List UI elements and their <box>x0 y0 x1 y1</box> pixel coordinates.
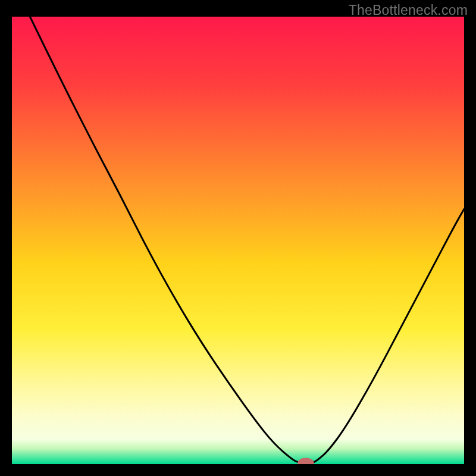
attribution-text: TheBottleneck.com <box>349 2 468 18</box>
bottleneck-chart <box>12 17 464 464</box>
chart-plot-area <box>12 17 464 464</box>
